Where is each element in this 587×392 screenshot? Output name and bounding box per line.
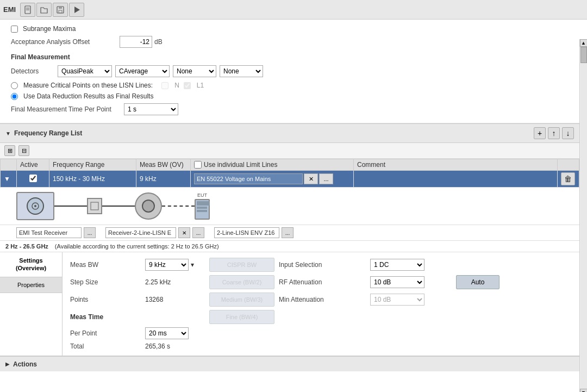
coarse-bw-button[interactable]: Coarse (BW/2) bbox=[209, 275, 274, 289]
subrange-label: Subrange Maxima bbox=[23, 25, 76, 33]
row-expand-cell: ▼ bbox=[1, 171, 17, 188]
step-size-label: Step Size bbox=[70, 278, 141, 286]
rf-att-select[interactable]: 10 dB0 dB20 dB30 dB bbox=[370, 276, 424, 288]
device-row: EMI Test Receiver ... Receiver-2-Line-LI… bbox=[0, 225, 579, 241]
col-header-limit-lines: Use individual Limit Lines bbox=[191, 159, 354, 171]
detector1-select[interactable]: QuasiPeakCAverageNone bbox=[58, 65, 112, 77]
final-measurement-heading: Final Measurement bbox=[11, 53, 569, 61]
limit-line-browse-button[interactable]: ... bbox=[319, 173, 333, 184]
row-active-cell bbox=[17, 171, 49, 188]
col-header-freq-range: Frequency Range bbox=[49, 159, 136, 171]
freq-table-container: ⊞ ⊟ Active Frequency Range Meas BW (OV) … bbox=[0, 143, 579, 356]
check-n-checkbox[interactable] bbox=[161, 82, 168, 89]
use-indiv-checkbox[interactable] bbox=[194, 161, 202, 169]
col-header-delete bbox=[558, 159, 579, 171]
device3-browse-button[interactable]: ... bbox=[282, 227, 294, 238]
freq-section-chevron: ▼ bbox=[5, 130, 11, 136]
scroll-up-button[interactable]: ▲ bbox=[580, 39, 588, 47]
attenuator-box bbox=[87, 198, 102, 214]
auto-button[interactable]: Auto bbox=[456, 275, 499, 289]
device2-input[interactable]: Receiver-2-Line-LISN E bbox=[105, 227, 176, 238]
tab-properties[interactable]: Properties bbox=[0, 277, 62, 293]
total-label: Total bbox=[70, 343, 141, 350]
device2-clear-button[interactable]: ✕ bbox=[178, 227, 190, 238]
row-freq-range-cell: 150 kHz - 30 MHz bbox=[49, 171, 136, 188]
emi-receiver-box bbox=[16, 192, 54, 220]
final-meas-time-select[interactable]: 1 s100 ms500 ms2 s bbox=[124, 103, 178, 115]
eut-group: EUT bbox=[195, 192, 210, 220]
svg-point-8 bbox=[34, 205, 36, 207]
add-freq-range-button[interactable]: + bbox=[534, 127, 546, 139]
diagram-line-1 bbox=[54, 206, 87, 207]
delete-row-button[interactable]: 🗑 bbox=[561, 172, 575, 185]
svg-marker-6 bbox=[74, 7, 80, 13]
toolbar: EMI bbox=[0, 0, 587, 20]
acceptance-input[interactable]: -12 bbox=[120, 36, 152, 48]
actions-bar[interactable]: ▶ Actions bbox=[0, 356, 579, 371]
cispr-bw-button[interactable]: CISPR BW bbox=[209, 258, 274, 272]
detector3-select[interactable]: NoneQuasiPeakCAverage bbox=[173, 65, 216, 77]
tab-settings-overview[interactable]: Settings (Overview) bbox=[0, 252, 62, 277]
freq-section-title: Frequency Range List bbox=[14, 129, 534, 137]
fine-bw-button[interactable]: Fine (BW/4) bbox=[209, 310, 274, 324]
down-icon: ↓ bbox=[566, 129, 570, 138]
limit-line-input[interactable]: EN 55022 Voltage on Mains bbox=[194, 173, 303, 184]
min-att-select[interactable]: 10 dB0 dB bbox=[370, 294, 424, 306]
new-button[interactable] bbox=[20, 3, 35, 17]
final-meas-time-label: Final Measurement Time Per Point bbox=[11, 105, 120, 113]
settings-area: Settings (Overview) Properties Meas BW 9… bbox=[0, 252, 579, 356]
settings-content: Meas BW 9 kHz120 kHz200 Hz ▾ CISPR BW In… bbox=[63, 252, 579, 356]
lisn-box bbox=[135, 192, 162, 220]
eut-box bbox=[195, 199, 210, 220]
move-down-button[interactable]: ↓ bbox=[562, 127, 574, 139]
meas-bw-control: 9 kHz120 kHz200 Hz ▾ bbox=[145, 259, 205, 271]
device2-browse-button[interactable]: ... bbox=[192, 227, 204, 238]
per-point-label: Per Point bbox=[70, 329, 141, 337]
row-delete-cell: 🗑 bbox=[558, 171, 579, 188]
col-header-comment: Comment bbox=[354, 159, 558, 171]
meas-bw-select[interactable]: 9 kHz120 kHz200 Hz bbox=[145, 259, 189, 271]
diagram-dashed-line bbox=[162, 206, 195, 207]
step-size-value: 2.25 kHz bbox=[145, 278, 205, 286]
per-point-select[interactable]: 20 ms50 ms100 ms bbox=[145, 327, 189, 339]
medium-bw-button[interactable]: Medium (BW/3) bbox=[209, 293, 274, 307]
detector2-select[interactable]: CAverageQuasiPeakNone bbox=[115, 65, 170, 77]
final-meas-time-row: Final Measurement Time Per Point 1 s100 … bbox=[11, 103, 569, 115]
total-value: 265,36 s bbox=[145, 343, 205, 350]
table-toolbar: ⊞ ⊟ bbox=[0, 143, 579, 159]
device1-browse-button[interactable]: ... bbox=[84, 227, 96, 238]
expand-all-button[interactable]: ⊞ bbox=[4, 145, 15, 156]
save-button[interactable] bbox=[53, 3, 68, 17]
check-l1-checkbox[interactable] bbox=[184, 82, 191, 89]
freq-action-icons: + ↑ ↓ bbox=[534, 127, 574, 139]
check-l1-label: L1 bbox=[197, 82, 204, 89]
scroll-down-button[interactable]: ▼ bbox=[580, 389, 588, 392]
min-att-label: Min Attenuation bbox=[279, 296, 366, 303]
diagram-row: EUT bbox=[0, 188, 579, 225]
col-header-meas-bw: Meas BW (OV) bbox=[136, 159, 191, 171]
detector4-select[interactable]: NoneQuasiPeakCAverage bbox=[220, 65, 263, 77]
move-up-button[interactable]: ↑ bbox=[548, 127, 560, 139]
svg-rect-5 bbox=[59, 10, 62, 13]
open-button[interactable] bbox=[36, 3, 52, 17]
collapse-all-button[interactable]: ⊟ bbox=[18, 145, 29, 156]
settings-grid: Meas BW 9 kHz120 kHz200 Hz ▾ CISPR BW In… bbox=[70, 258, 572, 350]
right-scrollbar: ▲ ▼ bbox=[579, 39, 587, 392]
input-sel-select[interactable]: 1 DC1 AC2 DC2 AC bbox=[370, 259, 424, 271]
svg-rect-4 bbox=[59, 7, 62, 9]
scroll-thumb[interactable] bbox=[580, 47, 587, 63]
col-header-active: Active bbox=[17, 159, 49, 171]
limit-line-clear-button[interactable]: ✕ bbox=[304, 173, 318, 184]
freq-range-section-header[interactable]: ▼ Frequency Range List + ↑ ↓ bbox=[0, 123, 579, 143]
device3-input[interactable]: 2-Line-LISN ENV Z16 bbox=[214, 227, 279, 238]
use-data-reduction-radio[interactable] bbox=[11, 93, 18, 100]
row-active-checkbox[interactable] bbox=[29, 175, 37, 182]
measure-critical-row: Measure Critical Points on these LISN Li… bbox=[11, 82, 569, 89]
table-row[interactable]: ▼ 150 kHz - 30 MHz 9 kHz EN 55022 Voltag… bbox=[1, 171, 579, 188]
svg-rect-9 bbox=[91, 202, 98, 210]
run-button[interactable] bbox=[69, 3, 84, 17]
subrange-checkbox[interactable] bbox=[11, 26, 18, 33]
device1-input[interactable]: EMI Test Receiver bbox=[16, 227, 82, 238]
measure-critical-radio[interactable] bbox=[11, 82, 18, 89]
form-section: Subrange Maxima Acceptance Analysis Offs… bbox=[0, 20, 579, 123]
